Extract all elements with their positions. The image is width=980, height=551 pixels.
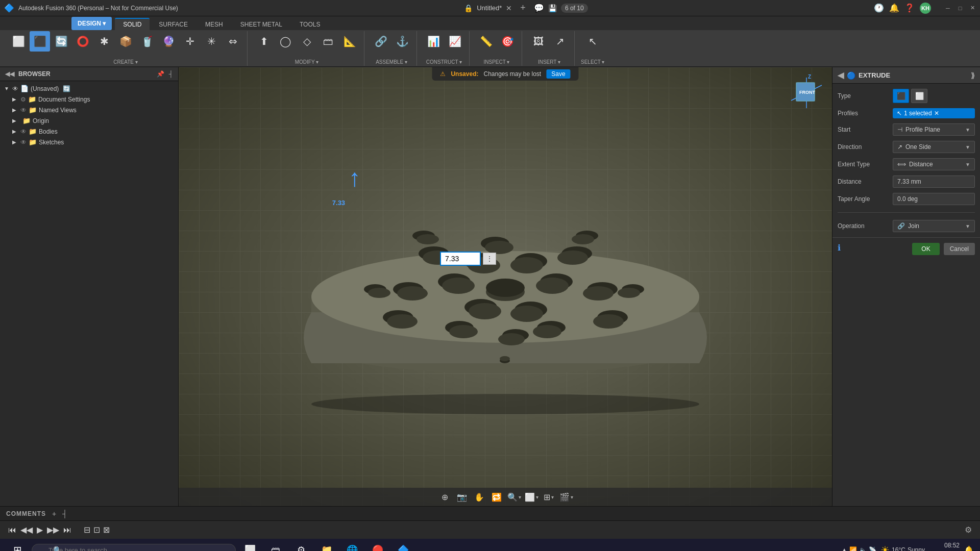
construct-plane[interactable]: 📊 [423, 31, 444, 52]
taskbar-app-red[interactable]: 🔴 [366, 539, 389, 551]
extent-type-control[interactable]: ⟺ Distance ▼ [893, 158, 975, 170]
assemble-ground[interactable]: ⚓ [392, 31, 412, 52]
comments-expand-btn[interactable]: ┤ [62, 510, 67, 518]
skip-end-btn[interactable]: ⏭ [63, 525, 71, 535]
tree-item-named-views[interactable]: ▶ 👁 📁 Named Views [0, 105, 178, 115]
tree-item-origin[interactable]: ▶ 📁 Origin [0, 115, 178, 126]
modify-label[interactable]: MODIFY ▾ [295, 59, 318, 65]
direction-dropdown[interactable]: ↗ One Side ▼ [893, 141, 975, 153]
tab-close[interactable]: ✕ [506, 4, 512, 12]
taper-angle-control[interactable] [893, 193, 975, 205]
taskbar-settings[interactable]: ⚙ [290, 539, 312, 551]
info-icon[interactable]: ℹ [838, 243, 841, 255]
construct-axis[interactable]: 📈 [445, 31, 465, 52]
user-avatar[interactable]: KH [920, 3, 931, 14]
visibility-icon-doc[interactable]: ⚙ [20, 96, 26, 103]
hole-tool[interactable]: ⭕ [72, 31, 93, 52]
browser-expand[interactable]: ┤ [168, 70, 173, 78]
modify-press-pull[interactable]: ⬆ [254, 31, 274, 52]
insert-image[interactable]: 🖼 [528, 31, 549, 52]
assemble-label[interactable]: ASSEMBLE ▾ [376, 59, 407, 65]
ok-button[interactable]: OK [912, 243, 939, 255]
display-tool[interactable]: ⬜▾ [524, 490, 538, 504]
inspect-measure[interactable]: 📏 [476, 31, 496, 52]
mirror-tool[interactable]: ⇔ [223, 31, 243, 52]
thread-tool[interactable]: ✱ [94, 31, 114, 52]
taskbar-fusion[interactable]: 🔷 [392, 539, 414, 551]
visibility-icon-sketches[interactable]: 👁 [20, 139, 27, 146]
tab-add[interactable]: + [520, 3, 526, 13]
taskbar-task-view[interactable]: ⬜ [239, 539, 261, 551]
tab-sheet-metal[interactable]: SHEET METAL [232, 19, 290, 30]
visibility-icon-views[interactable]: 👁 [20, 107, 27, 114]
select-label[interactable]: SELECT ▾ [581, 59, 605, 65]
taskbar-explorer[interactable]: 🗃 [264, 539, 287, 551]
assemble-joint[interactable]: 🔗 [371, 31, 391, 52]
insert-label[interactable]: INSERT ▾ [538, 59, 560, 65]
move-tool[interactable]: ✛ [180, 31, 200, 52]
tab-solid[interactable]: SOLID [115, 18, 150, 30]
cancel-button[interactable]: Cancel [944, 243, 975, 255]
tree-item-unsaved[interactable]: ▼ 👁 📄 (Unsaved) 🔄 [0, 83, 178, 94]
skip-start-btn[interactable]: ⏮ [8, 525, 16, 535]
close-btn[interactable]: ✕ [969, 5, 976, 12]
snap-tool[interactable]: ⊕ [437, 490, 452, 504]
type-solid-btn[interactable]: ⬛ [893, 89, 909, 103]
visibility-icon-bodies[interactable]: 👁 [20, 128, 27, 135]
playback-icon-1[interactable]: ⊟ [84, 525, 90, 535]
start-button[interactable]: ⊞ [6, 539, 29, 551]
inspect-zebra[interactable]: 🎯 [497, 31, 518, 52]
refresh-icon[interactable]: 🔄 [63, 85, 70, 92]
extrude-tool[interactable]: ⬛ [30, 31, 50, 52]
extent-type-dropdown[interactable]: ⟺ Distance ▼ [893, 158, 975, 170]
modify-draft[interactable]: 📐 [339, 31, 360, 52]
tab-tools[interactable]: TOOLS [291, 19, 328, 30]
new-component-tool[interactable]: ⬜ [8, 31, 29, 52]
browser-collapse-left[interactable]: ◀◀ [5, 70, 14, 78]
tree-item-sketches[interactable]: ▶ 👁 📁 Sketches [0, 137, 178, 147]
start-dropdown[interactable]: ⊣ Profile Plane ▼ [893, 123, 975, 136]
pattern-tool[interactable]: ✳ [201, 31, 222, 52]
playback-icon-3[interactable]: ⊠ [103, 525, 110, 535]
tree-item-bodies[interactable]: ▶ 👁 📁 Bodies [0, 126, 178, 137]
panel-expand-btn[interactable]: ⟫ [971, 71, 975, 80]
operation-dropdown[interactable]: 🔗 Join ▼ [893, 220, 975, 232]
browser-pin[interactable]: 📌 [157, 70, 164, 78]
visibility-icon-unsaved[interactable]: 👁 [12, 85, 18, 92]
operation-control[interactable]: 🔗 Join ▼ [893, 220, 975, 232]
pan-tool[interactable]: ✋ [472, 490, 486, 504]
viewport[interactable]: ⚠ Unsaved: Changes may be lost Save [179, 67, 832, 506]
view-cube[interactable]: Z FRONT [786, 72, 827, 113]
sphere-tool[interactable]: 🔮 [158, 31, 179, 52]
taskbar-browser[interactable]: 🌐 [341, 539, 363, 551]
type-surface-btn[interactable]: ⬜ [911, 89, 927, 103]
design-dropdown[interactable]: DESIGN ▾ [71, 17, 112, 30]
start-control[interactable]: ⊣ Profile Plane ▼ [893, 123, 975, 136]
box-tool[interactable]: 📦 [115, 31, 136, 52]
select-tool[interactable]: ↖ [582, 31, 603, 52]
taper-angle-input[interactable] [893, 193, 975, 205]
orbit-tool[interactable]: 🔁 [489, 490, 504, 504]
comments-add-btn[interactable]: + [52, 510, 56, 518]
tree-item-doc-settings[interactable]: ▶ ⚙ 📁 Document Settings [0, 94, 178, 105]
inspect-label[interactable]: INSPECT ▾ [484, 59, 510, 65]
dimension-menu-button[interactable]: ⋮ [483, 253, 496, 265]
direction-control[interactable]: ↗ One Side ▼ [893, 141, 975, 153]
panel-collapse-btn[interactable]: ◀ [838, 70, 844, 80]
modify-shell[interactable]: 🗃 [318, 31, 338, 52]
taskbar-search-input[interactable] [32, 544, 236, 552]
distance-control[interactable] [893, 176, 975, 188]
maximize-btn[interactable]: □ [957, 5, 964, 12]
playback-icon-2[interactable]: ⊡ [93, 525, 100, 535]
dimension-input[interactable] [440, 252, 481, 266]
view-tool[interactable]: 🎬▾ [559, 490, 573, 504]
cylinder-tool[interactable]: 🥤 [137, 31, 157, 52]
grid-tool[interactable]: ⊞▾ [542, 490, 556, 504]
play-btn[interactable]: ▶ [37, 525, 43, 535]
minimize-btn[interactable]: ─ [944, 5, 951, 12]
create-label[interactable]: CREATE ▾ [113, 59, 138, 65]
revolve-tool[interactable]: 🔄 [51, 31, 71, 52]
construct-label[interactable]: CONSTRUCT ▾ [426, 59, 462, 65]
save-button[interactable]: Save [546, 69, 570, 79]
settings-btn[interactable]: ⚙ [965, 525, 972, 535]
